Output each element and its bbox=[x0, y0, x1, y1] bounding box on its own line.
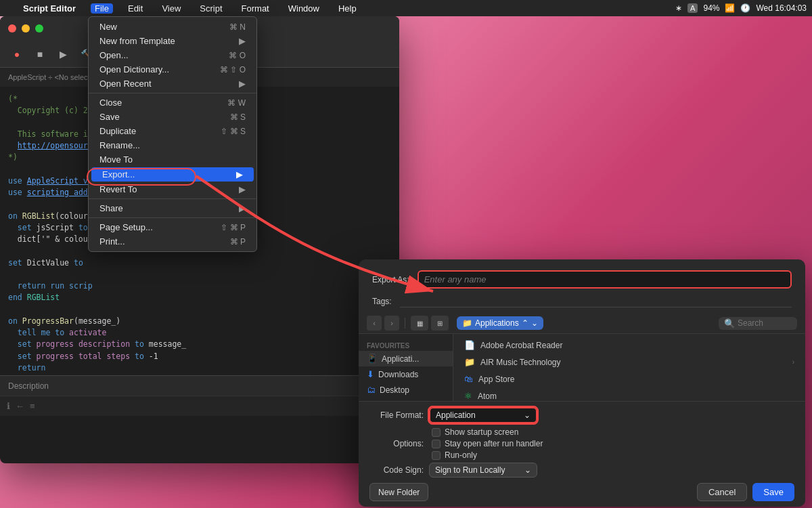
dialog-tags-row: Tags: bbox=[359, 294, 805, 313]
menu-new[interactable]: New ⌘ N bbox=[89, 20, 256, 34]
search-box[interactable]: 🔍 bbox=[719, 317, 797, 330]
menubar-edit[interactable]: Edit bbox=[124, 3, 147, 14]
run-button[interactable]: ▶ bbox=[54, 45, 72, 63]
location-label: Applications bbox=[475, 318, 519, 328]
menubar-help[interactable]: Help bbox=[334, 3, 361, 14]
option-run-only[interactable]: Run-only bbox=[432, 450, 543, 460]
folder-icon: 📁 bbox=[462, 318, 472, 328]
export-name-input[interactable] bbox=[418, 270, 792, 289]
menu-share[interactable]: Share ▶ bbox=[89, 201, 256, 215]
stay-open-checkbox[interactable] bbox=[432, 440, 441, 448]
minimize-button[interactable] bbox=[22, 24, 30, 33]
codesign-dropdown[interactable]: Sign to Run Locally ⌄ bbox=[429, 463, 537, 478]
air-icon: 📁 bbox=[464, 357, 475, 367]
codesign-chevron-icon: ⌄ bbox=[524, 465, 531, 475]
date-time: Wed 16:04:03 bbox=[756, 3, 807, 13]
menu-move-to[interactable]: Move To bbox=[89, 152, 256, 167]
file-appstore-label: App Store bbox=[478, 375, 514, 384]
menubar: Script Editor File Edit View Script Form… bbox=[0, 0, 812, 16]
menu-revert-label: Revert To bbox=[99, 184, 137, 194]
sidebar-item-desktop[interactable]: 🗂 Desktop bbox=[359, 382, 453, 398]
run-only-checkbox[interactable] bbox=[432, 451, 441, 460]
list-view-button[interactable]: ▦ bbox=[411, 316, 428, 331]
atom-icon: ⚛ bbox=[464, 391, 472, 401]
code-line bbox=[8, 304, 391, 316]
sidebar-item-applications[interactable]: 📱 Applicati... bbox=[359, 351, 453, 366]
show-startup-checkbox[interactable] bbox=[432, 428, 441, 437]
codesign-label: Code Sign: bbox=[369, 465, 424, 475]
save-button[interactable]: Save bbox=[752, 483, 794, 501]
menu-revert-to[interactable]: Revert To ▶ bbox=[89, 182, 256, 196]
show-startup-label: Show startup screen bbox=[445, 427, 518, 437]
menu-duplicate-label: Duplicate bbox=[99, 126, 136, 136]
menu-export[interactable]: Export... ▶ bbox=[91, 167, 254, 182]
description-label: Description bbox=[8, 381, 49, 391]
menubar-file[interactable]: File bbox=[91, 3, 113, 14]
menu-page-setup[interactable]: Page Setup... ⇧ ⌘ P bbox=[89, 220, 256, 234]
menu-close[interactable]: Close ⌘ W bbox=[89, 96, 256, 110]
file-item-adobe[interactable]: 📄 Adobe Acrobat Reader bbox=[453, 337, 805, 354]
menubar-script-editor[interactable]: Script Editor bbox=[19, 3, 80, 14]
maximize-button[interactable] bbox=[35, 24, 43, 33]
export-as-label: Export As: bbox=[372, 275, 409, 284]
chevron-down-icon: ⌄ bbox=[531, 318, 538, 328]
menubar-window[interactable]: Window bbox=[284, 3, 323, 14]
location-dropdown[interactable]: 📁 Applications ⌃ ⌄ bbox=[457, 316, 543, 330]
sidebar-downloads-label: Downloads bbox=[378, 370, 418, 379]
menu-rename[interactable]: Rename... bbox=[89, 138, 256, 152]
editor-bottom-bar: ℹ ← ≡ bbox=[0, 396, 399, 416]
menu-duplicate[interactable]: Duplicate ⇧ ⌘ S bbox=[89, 124, 256, 138]
grid-view-button[interactable]: ⊞ bbox=[431, 316, 449, 331]
forward-nav-button[interactable]: › bbox=[384, 316, 399, 331]
format-chevron-icon: ⌄ bbox=[524, 410, 531, 420]
file-air-label: AIR Music Technology bbox=[480, 358, 561, 367]
bluetooth-icon: ∗ bbox=[675, 3, 682, 13]
file-item-air[interactable]: 📁 AIR Music Technology › bbox=[453, 354, 805, 371]
tags-input[interactable] bbox=[400, 295, 792, 308]
menu-open-label: Open... bbox=[99, 50, 129, 60]
menu-sep-2 bbox=[89, 198, 256, 199]
menu-open-dictionary[interactable]: Open Dictionary... ⌘ ⇧ O bbox=[89, 62, 256, 77]
back-icon[interactable]: ← bbox=[16, 401, 24, 411]
menubar-format[interactable]: Format bbox=[238, 3, 273, 14]
menu-new-template-label: New from Template bbox=[99, 36, 175, 46]
menu-open-recent[interactable]: Open Recent ▶ bbox=[89, 77, 256, 91]
menu-new-template[interactable]: New from Template ▶ bbox=[89, 34, 256, 48]
option-stay-open[interactable]: Stay open after run handler bbox=[432, 439, 543, 448]
applications-icon: 📱 bbox=[367, 354, 378, 364]
menu-print[interactable]: Print... ⌘ P bbox=[89, 234, 256, 249]
menubar-script[interactable]: Script bbox=[196, 3, 226, 14]
file-adobe-label: Adobe Acrobat Reader bbox=[480, 341, 562, 350]
sidebar-item-downloads[interactable]: ⬇ Downloads bbox=[359, 366, 453, 382]
info-icon[interactable]: ℹ bbox=[7, 401, 10, 411]
code-line: on ProgressBar(message_) bbox=[8, 316, 391, 327]
code-line: set DictValue to bbox=[8, 257, 391, 269]
sidebar-desktop-label: Desktop bbox=[380, 385, 409, 395]
search-icon: 🔍 bbox=[724, 318, 735, 329]
toolbar-separator bbox=[405, 318, 405, 329]
options-row: Options: Show startup screen Stay open a… bbox=[369, 427, 794, 460]
file-item-appstore[interactable]: 🛍 App Store bbox=[453, 371, 805, 387]
menu-moveto-label: Move To bbox=[99, 154, 133, 165]
dialog-bottom-panel: File Format: Application ⌄ Options: Show… bbox=[359, 401, 805, 507]
record-button[interactable]: ● bbox=[8, 45, 26, 63]
list-icon[interactable]: ≡ bbox=[30, 401, 35, 411]
clock-icon: 🕐 bbox=[740, 3, 750, 13]
cancel-button[interactable]: Cancel bbox=[697, 483, 747, 501]
file-format-dropdown[interactable]: Application ⌄ bbox=[429, 407, 537, 423]
close-button[interactable] bbox=[8, 24, 16, 33]
back-nav-button[interactable]: ‹ bbox=[367, 316, 382, 331]
search-input[interactable] bbox=[738, 318, 792, 328]
options-label: Options: bbox=[369, 439, 424, 448]
menu-sep-1 bbox=[89, 93, 256, 93]
file-format-label: File Format: bbox=[369, 410, 424, 420]
stop-button[interactable]: ■ bbox=[31, 45, 49, 63]
new-folder-button[interactable]: New Folder bbox=[369, 483, 428, 501]
menu-sep-3 bbox=[89, 217, 256, 218]
menu-export-label: Export... bbox=[102, 169, 135, 179]
menubar-view[interactable]: View bbox=[158, 3, 185, 14]
code-line: end RGBList bbox=[8, 292, 391, 303]
option-show-startup[interactable]: Show startup screen bbox=[432, 427, 543, 437]
menu-open[interactable]: Open... ⌘ O bbox=[89, 48, 256, 62]
menu-save[interactable]: Save ⌘ S bbox=[89, 110, 256, 124]
